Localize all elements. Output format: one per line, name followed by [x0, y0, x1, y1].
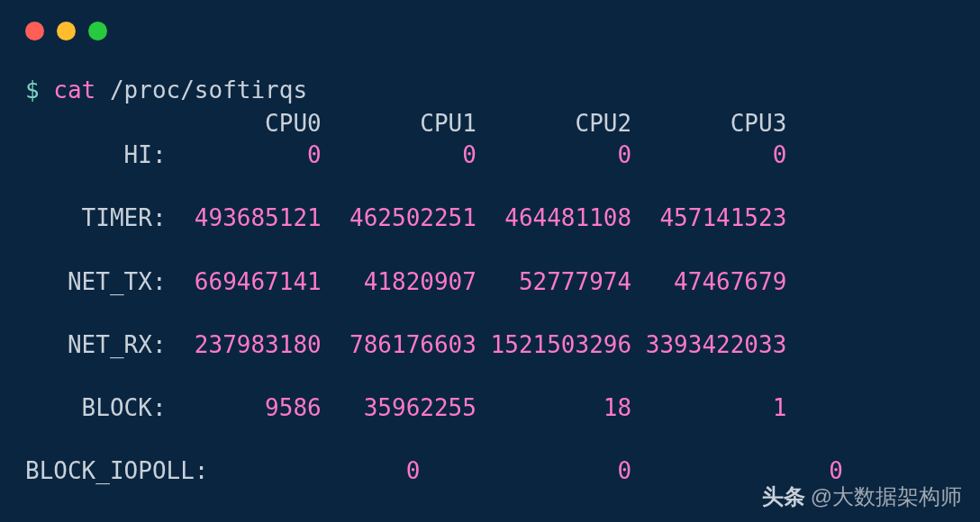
table-row: TASKLET: 448616917 26303934 33607570 303…: [25, 518, 955, 522]
header-row: CPU0 CPU1 CPU2 CPU3: [25, 110, 786, 137]
prompt-line: $ cat /proc/softirqs: [25, 75, 955, 106]
table-row: TIMER: 493685121 462502251 464481108 457…: [25, 202, 955, 234]
row-value: 35962255: [322, 394, 476, 421]
row-value: 52777974: [476, 268, 631, 295]
command-argument: /proc/softirqs: [110, 76, 307, 104]
command-output: CPU0 CPU1 CPU2 CPU3 HI: 0 0 0 0 TIMER: 4…: [25, 108, 955, 522]
titlebar: [0, 0, 980, 57]
row-label: TIMER:: [25, 204, 167, 231]
row-value: 0: [322, 141, 476, 168]
close-icon[interactable]: [25, 22, 44, 40]
row-value: 41820907: [322, 268, 476, 295]
row-value: 786176603: [322, 331, 476, 358]
row-value: 9586: [167, 394, 322, 421]
row-value: 47467679: [631, 268, 786, 295]
row-label: NET_TX:: [25, 268, 167, 295]
row-value: 669467141: [167, 268, 322, 295]
minimize-icon[interactable]: [57, 22, 76, 40]
row-value: 0: [476, 141, 631, 168]
terminal-content: $ cat /proc/softirqs CPU0 CPU1 CPU2 CPU3…: [0, 57, 980, 522]
watermark-text: @大数据架构师: [811, 482, 962, 511]
row-value: 464481108: [476, 204, 631, 231]
table-row: BLOCK: 9586 35962255 18 1: [25, 392, 955, 424]
row-value: 457141523: [631, 204, 786, 231]
row-value: 0: [843, 457, 980, 484]
row-value: 0: [631, 457, 843, 484]
row-value: 237983180: [167, 331, 322, 358]
terminal-window: $ cat /proc/softirqs CPU0 CPU1 CPU2 CPU3…: [0, 0, 980, 522]
row-value: 493685121: [167, 204, 322, 231]
row-value: 0: [167, 141, 322, 168]
watermark: 头条 @大数据架构师: [762, 482, 962, 511]
row-value: 1: [631, 394, 786, 421]
prompt-symbol: $: [25, 76, 53, 104]
row-label: NET_RX:: [25, 331, 167, 358]
row-value: 462502251: [322, 204, 476, 231]
command: cat: [53, 76, 110, 104]
row-value: 0: [631, 141, 786, 168]
row-value: 0: [209, 457, 421, 484]
row-value: 3393422033: [631, 331, 786, 358]
row-label: HI:: [25, 141, 167, 168]
watermark-brand: 头条: [762, 482, 805, 511]
maximize-icon[interactable]: [88, 22, 107, 40]
table-row: HI: 0 0 0 0: [25, 140, 955, 171]
row-value: 0: [420, 457, 631, 484]
row-value: 18: [476, 394, 631, 421]
row-value: 1521503296: [476, 331, 631, 358]
row-label: BLOCK_IOPOLL:: [25, 457, 209, 484]
table-row: NET_TX: 669467141 41820907 52777974 4746…: [25, 266, 955, 298]
table-row: NET_RX: 237983180 786176603 1521503296 3…: [25, 329, 955, 361]
row-label: BLOCK:: [25, 394, 167, 421]
